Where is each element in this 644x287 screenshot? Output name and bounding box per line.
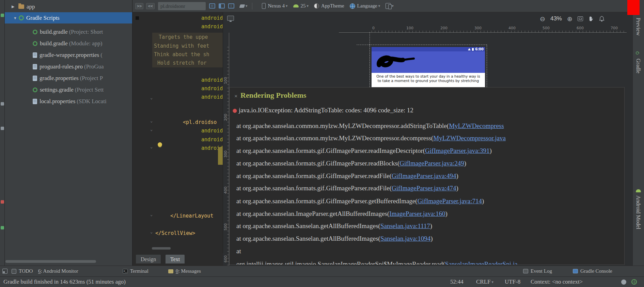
stack-frame-link[interactable]: GifImageParser.java:391 <box>425 147 489 154</box>
toolbar-separator <box>252 3 252 10</box>
todo-button[interactable]: TODO <box>12 266 33 276</box>
breadcrumb[interactable]: pl.droidsonr <box>158 2 206 10</box>
locale-label: Language <box>357 3 377 9</box>
chevron-down-icon[interactable]: ▾ <box>246 4 248 8</box>
folder-icon <box>18 4 24 9</box>
target-device-selector[interactable]: ▾ <box>386 3 394 9</box>
tool-stripe-preview[interactable]: Preview <box>635 18 641 35</box>
tool-stripe-android-model[interactable]: Android Model <box>635 195 641 229</box>
tool-stripe-button[interactable] <box>1 14 4 17</box>
android-monitor-button[interactable]: 6: Android Monitor <box>38 266 78 276</box>
theme-selector[interactable]: AppTheme <box>314 3 344 9</box>
hector-icon <box>621 280 626 285</box>
tool-stripe-button[interactable] <box>1 102 4 106</box>
editor-tab[interactable]: Text <box>165 254 185 264</box>
event-log-button[interactable]: Event Log <box>523 266 552 276</box>
tree-item[interactable]: proguard-rules.pro (ProGua <box>5 61 132 72</box>
tool-stripe-button[interactable] <box>1 226 4 229</box>
layout-variant-icon[interactable] <box>209 3 215 9</box>
tree-item[interactable]: gradle-wrapper.properties ( <box>5 50 132 60</box>
android-icon[interactable] <box>636 189 641 192</box>
stack-frame-link[interactable]: GifImageParser.java:249 <box>399 160 464 167</box>
tree-item[interactable]: gradle.properties (Project P <box>5 73 132 83</box>
night-mode-icon[interactable] <box>239 4 245 8</box>
messages-button[interactable]: 0: Messages <box>168 266 201 276</box>
code-line: <pl.droidso <box>183 119 217 125</box>
chevron-right-icon[interactable]: ▶ <box>12 4 17 9</box>
device-selector[interactable]: Nexus 4 ▾ <box>262 3 287 9</box>
stack-frame-text: ) <box>430 235 433 242</box>
tree-item-app[interactable]: ▶ app <box>5 1 132 12</box>
stack-frame-link[interactable]: MyLZWDecompress <box>449 122 504 129</box>
error-icon <box>233 109 237 113</box>
ruler-label: 600 <box>577 26 584 30</box>
stack-frame: at org.apache.sanselan.common.mylzw.MyLZ… <box>236 134 506 142</box>
tree-item-detail: ( <box>100 52 103 59</box>
stack-frame: at org.apache.sanselan.formats.gif.GifIm… <box>236 147 492 155</box>
intention-bulb-icon[interactable] <box>158 142 162 147</box>
body-text-line: One of the best ways to start your day i… <box>372 74 485 79</box>
ruler-label: 700 <box>611 26 618 30</box>
stack-frame-link[interactable]: GifImageParser.java:474 <box>392 185 456 192</box>
tree-item-detail: (Project Sett <box>75 86 104 93</box>
tree-item-gradle-scripts[interactable]: ▼ Gradle Scripts <box>5 12 132 23</box>
locale-selector[interactable]: Language ▾ <box>350 3 380 9</box>
horizontal-scrollbar[interactable] <box>152 247 171 250</box>
api-level-selector[interactable]: 25 ▾ <box>293 3 309 9</box>
line-separator-selector[interactable]: CRLF ▾ <box>476 277 493 287</box>
stack-frame: at <box>236 248 241 255</box>
layout-preview-pane[interactable]: ⊖ 43% ⊕ 0100200300400500600700 100200300… <box>223 12 632 266</box>
close-icon[interactable]: × <box>234 93 238 100</box>
gradle-console-button[interactable]: Gradle Console <box>573 266 612 276</box>
dumb-mode-indicator[interactable] <box>631 277 637 287</box>
run-context[interactable]: Context: <no context> <box>531 277 583 287</box>
zoom-fit-icon[interactable] <box>578 16 583 21</box>
notifications-bell-icon[interactable] <box>599 16 604 22</box>
rendered-layout-preview[interactable]: 6:00 One of the best ways to start your … <box>372 47 485 87</box>
nav-back-button[interactable]: << <box>146 3 154 9</box>
fold-icon[interactable] <box>150 144 153 149</box>
gradle-sync-icon[interactable]: ⟳ <box>635 50 640 56</box>
fold-icon[interactable] <box>150 95 153 100</box>
chevron-down-icon[interactable]: ▼ <box>13 16 19 20</box>
nav-forward-button[interactable]: >> <box>135 3 143 9</box>
stack-frame-link[interactable]: Sanselan.java:1094 <box>380 235 430 242</box>
stack-frame-link[interactable]: Sanselan.java:1117 <box>380 222 430 229</box>
tool-stripe-button[interactable] <box>1 200 4 204</box>
monitor-icon[interactable] <box>227 16 234 21</box>
stack-frame-link[interactable]: MyLZWDecompressor.java <box>433 134 506 142</box>
stack-frame: at org.apache.sanselan.Sanselan.getAllBu… <box>236 222 432 230</box>
editor-tab[interactable]: Design <box>136 254 161 264</box>
orientation-icon[interactable] <box>219 3 225 9</box>
zoom-out-icon[interactable]: ⊖ <box>540 15 545 22</box>
highlighting-level-button[interactable] <box>621 277 626 287</box>
layout-header-image <box>372 51 485 73</box>
tree-item[interactable]: settings.gradle (Project Sett <box>5 84 132 95</box>
fold-icon[interactable] <box>150 212 153 217</box>
stack-frame-link[interactable]: SanselanImageReaderSpi.ja <box>445 260 518 265</box>
tool-window-switcher[interactable] <box>2 266 7 276</box>
ruler-label: 200 <box>440 26 447 30</box>
tool-stripe-gradle[interactable]: Gradle <box>635 59 641 74</box>
pan-hand-icon[interactable] <box>588 16 594 22</box>
horizontal-scrollbar[interactable] <box>5 260 96 263</box>
fold-icon[interactable] <box>150 127 153 132</box>
xml-editor[interactable]: android:android:Targets the uppeStanding… <box>132 12 223 253</box>
fold-icon[interactable] <box>150 118 153 123</box>
tree-item[interactable]: local.properties (SDK Locati <box>5 96 132 107</box>
status-message[interactable]: Gradle build finished in 14s 623ms (51 m… <box>3 277 126 287</box>
stack-frame-link[interactable]: GifImageParser.java:494 <box>392 172 456 179</box>
ui-mode-icon[interactable] <box>228 3 234 9</box>
encoding-selector[interactable]: UTF-8 <box>505 277 520 287</box>
stack-frame-link[interactable]: ImageParser.java:160 <box>389 210 445 217</box>
zoom-in-icon[interactable]: ⊕ <box>567 15 572 22</box>
tree-item-label: build.gradle <box>40 40 68 47</box>
project-tree-panel[interactable]: ▶ app ▼ Gradle Scripts build.gradle (Pro… <box>5 0 132 266</box>
stack-frame-link[interactable]: GifImageParser.java:714 <box>418 197 482 205</box>
terminal-button[interactable]: >_ Terminal <box>123 266 148 276</box>
tree-item[interactable]: build.gradle (Module: app) <box>5 38 132 49</box>
tool-stripe-button[interactable] <box>1 127 4 130</box>
fold-icon[interactable] <box>150 229 153 234</box>
caret-position[interactable]: 52:44 <box>450 277 464 287</box>
tree-item[interactable]: build.gradle (Project: Short <box>5 27 132 37</box>
